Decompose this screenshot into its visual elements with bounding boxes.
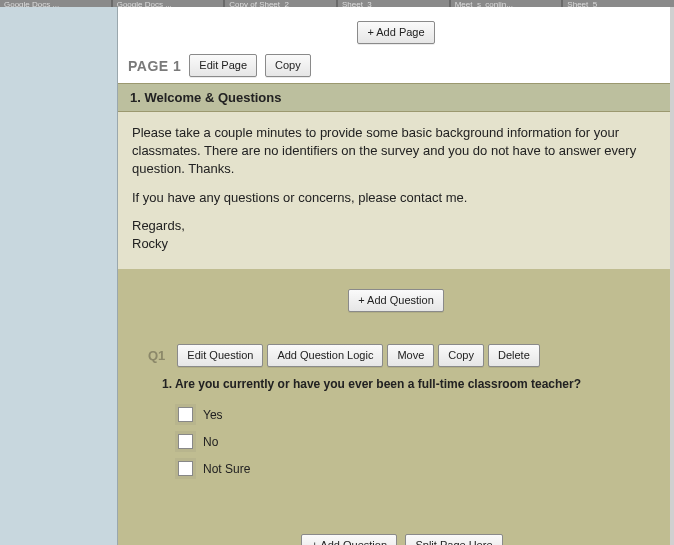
page-label: PAGE 1: [128, 58, 181, 74]
question-block: Q1 Edit Question Add Question Logic Move…: [118, 320, 674, 545]
add-question-button[interactable]: + Add Question: [301, 534, 397, 545]
left-rail: [0, 7, 118, 545]
section-title: 1. Welcome & Questions: [118, 84, 674, 112]
sig-line: Regards,: [132, 218, 185, 233]
copy-page-button[interactable]: Copy: [265, 54, 311, 77]
option-row[interactable]: Yes: [178, 401, 656, 428]
browser-tab[interactable]: Google Docs ...: [0, 0, 111, 7]
browser-tab[interactable]: Copy of Sheet_2: [225, 0, 336, 7]
option-row[interactable]: Not Sure: [178, 455, 656, 482]
page-body: 1. Welcome & Questions Please take a cou…: [118, 83, 674, 545]
option-label: Yes: [203, 408, 223, 422]
intro-paragraph: If you have any questions or concerns, p…: [132, 189, 660, 207]
option-row[interactable]: No: [178, 428, 656, 455]
add-question-button[interactable]: + Add Question: [348, 289, 444, 312]
checkbox-icon[interactable]: [178, 434, 193, 449]
edit-page-button[interactable]: Edit Page: [189, 54, 257, 77]
copy-question-button[interactable]: Copy: [438, 344, 484, 367]
scrollbar[interactable]: [670, 7, 674, 545]
sig-line: Rocky: [132, 236, 168, 251]
browser-tab[interactable]: Google Docs ...: [113, 0, 224, 7]
page-header: PAGE 1 Edit Page Copy: [118, 54, 674, 83]
question-id: Q1: [148, 348, 165, 363]
intro-text: Please take a couple minutes to provide …: [118, 112, 674, 269]
split-page-button[interactable]: Split Page Here: [405, 534, 502, 545]
browser-tab[interactable]: Meet_s_conlin...: [451, 0, 562, 7]
question-text: 1. Are you currently or have you ever be…: [148, 377, 656, 399]
option-label: No: [203, 435, 218, 449]
checkbox-icon[interactable]: [178, 461, 193, 476]
add-question-logic-button[interactable]: Add Question Logic: [267, 344, 383, 367]
browser-tab-strip: Google Docs ... Google Docs ... Copy of …: [0, 0, 674, 7]
question-toolbar: Q1 Edit Question Add Question Logic Move…: [148, 344, 656, 367]
edit-question-button[interactable]: Edit Question: [177, 344, 263, 367]
browser-tab[interactable]: Sheet_3: [338, 0, 449, 7]
browser-tab[interactable]: Sheet_5: [563, 0, 674, 7]
delete-question-button[interactable]: Delete: [488, 344, 540, 367]
intro-signature: Regards, Rocky: [132, 217, 660, 253]
add-page-button[interactable]: + Add Page: [357, 21, 434, 44]
question-options: Yes No Not Sure: [148, 399, 656, 482]
option-label: Not Sure: [203, 462, 250, 476]
main-content: + Add Page PAGE 1 Edit Page Copy 1. Welc…: [118, 7, 674, 545]
checkbox-icon[interactable]: [178, 407, 193, 422]
move-question-button[interactable]: Move: [387, 344, 434, 367]
intro-paragraph: Please take a couple minutes to provide …: [132, 124, 660, 179]
